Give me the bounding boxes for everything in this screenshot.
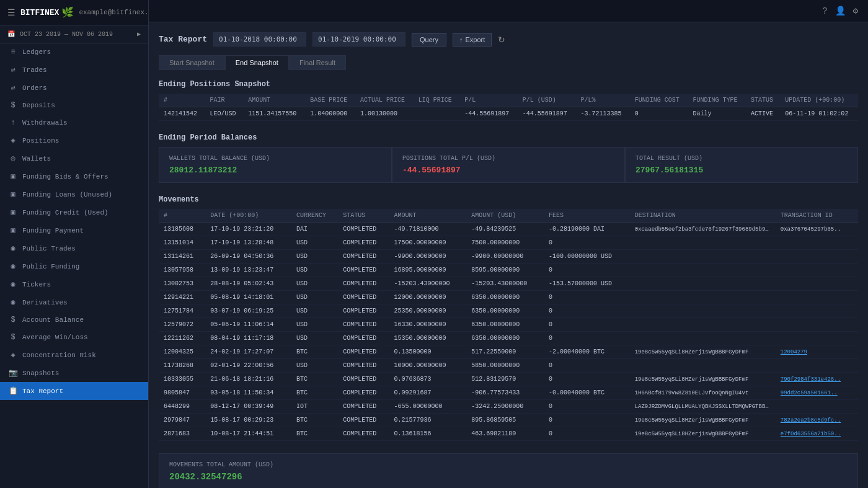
nav-label-snapshots: Snapshots [22,370,59,377]
settings-icon[interactable]: ⚙ [853,6,858,16]
tx-link[interactable]: 790f2984f331e426.. [781,376,841,383]
cell-currency: DAI [291,223,338,236]
cell-num: 2871683 [159,427,205,441]
sidebar-item-funding-loans[interactable]: ▣ Funding Loans (Unused) [0,185,148,203]
cell-amount: 17500.00000000 [389,236,467,250]
cell-date: 28-08-19 05:02:43 [205,277,291,291]
cell-fees: 0 [544,304,630,318]
col-actual-price: ACTUAL PRICE [355,94,414,107]
end-date-input[interactable] [312,32,405,47]
trades-icon: ⇄ [9,65,17,74]
sidebar-item-orders[interactable]: ⇄ Orders [0,79,148,97]
help-icon[interactable]: ? [822,6,827,16]
cell-num: 13114261 [159,250,205,264]
cell-amount: 25350.00000000 [389,304,467,318]
cell-amount: 0.07636873 [389,373,467,386]
cell-destination [630,332,776,345]
sidebar-item-concentration-risk[interactable]: ◈ Concentration Risk [0,346,148,364]
funding-payment-icon: ▣ [9,226,17,235]
cell-txid [776,264,858,277]
table-row: 12914221 05-08-19 14:18:01 USD COMPLETED… [159,291,858,304]
cell-num: 13151014 [159,236,205,250]
tax-report-icon: 📋 [9,386,17,396]
cell-funding-type: Daily [688,107,746,121]
cell-amount-usd: 512.83129570 [466,373,544,386]
arrow-icon: ▶ [137,30,141,38]
movements-total-value: 20432.32547296 [169,472,848,482]
cell-fees: 0 [544,291,630,304]
table-row: 13185608 17-10-19 23:21:20 DAI COMPLETED… [159,223,858,236]
export-button[interactable]: ↑ Export [453,33,492,47]
sidebar-item-funding-payment[interactable]: ▣ Funding Payment [0,221,148,239]
cell-destination [630,277,776,291]
date-range-bar[interactable]: 📅 OCT 23 2019 — NOV 06 2019 ▶ [0,25,148,43]
col-base-price: BASE PRICE [305,94,355,107]
cell-status: COMPLETED [338,264,389,277]
nav-label-public-funding: Public Funding [22,263,79,270]
col-pair: PAIR [205,94,243,107]
tx-link[interactable]: 99dd2c59a501661.. [781,390,838,396]
cell-destination: 19e8c5W55yqSLi8HZerj1sWgBBBFGyDFmF [630,373,776,386]
nav-label-funding-credit: Funding Credit (Used) [22,209,108,216]
cell-date: 17-10-19 23:21:20 [205,223,291,236]
nav-label-trades: Trades [22,66,47,74]
tab-end-snapshot[interactable]: End Snapshot [225,55,289,70]
col-pl-pct: P/L% [576,94,630,107]
cell-num: 13057958 [159,264,205,277]
public-funding-icon: ◉ [9,262,17,271]
sidebar-item-funding-credit[interactable]: ▣ Funding Credit (Used) [0,203,148,221]
menu-icon[interactable]: ☰ [7,7,16,18]
cell-num: 11738268 [159,359,205,373]
sidebar-item-snapshots[interactable]: 📷 Snapshots [0,364,148,382]
cell-status: COMPLETED [338,223,389,236]
tab-final-result[interactable]: Final Result [289,55,346,70]
tx-link[interactable]: e7f0d63556a71b50.. [781,431,841,437]
cell-liq-price [414,107,459,121]
refresh-button[interactable]: ↻ [498,35,505,45]
logo-leaf-icon: 🌿 [61,6,74,19]
mov-col-date: DATE (+00:00) [205,209,291,223]
cell-fees: -2.00040000 BTC [544,345,630,359]
sidebar-item-positions[interactable]: ◈ Positions [0,131,148,149]
start-date-input[interactable] [213,32,306,47]
cell-amount-usd: 8595.00000000 [466,264,544,277]
cell-currency: BTC [291,373,338,386]
tx-link[interactable]: 782a2ea2b8c5d9fc.. [781,417,841,424]
cell-num: 13002753 [159,277,205,291]
nav-label-withdrawals: Withdrawals [22,119,68,126]
sidebar-item-tickers[interactable]: ◉ Tickers [0,275,148,293]
movements-total-label: MOVEMENTS TOTAL AMOUNT (USD) [169,461,848,468]
sidebar-item-deposits[interactable]: $ Deposits [0,97,148,114]
cell-currency: USD [291,236,338,250]
sidebar-item-public-trades[interactable]: ◉ Public Trades [0,239,148,257]
sidebar-item-trades[interactable]: ⇄ Trades [0,61,148,79]
cell-amount: 0.13618156 [389,427,467,441]
sidebar-item-withdrawals[interactable]: ↑ Withdrawals [0,114,148,131]
cell-date: 05-08-19 14:18:01 [205,291,291,304]
cell-date: 05-06-19 11:06:14 [205,318,291,332]
sidebar-item-account-balance[interactable]: $ Account Balance [0,311,148,329]
mov-col-num: # [159,209,205,223]
cell-amount: 15350.00000000 [389,332,467,345]
sidebar-item-average-win-loss[interactable]: $ Average Win/Loss [0,329,148,346]
cell-destination: 19e8c5W55yqSLi8HZerj1sWgBBBFGyDFmF [630,414,776,427]
cell-num: 13185608 [159,223,205,236]
nav-label-orders: Orders [22,84,47,92]
sidebar-item-wallets[interactable]: ◎ Wallets [0,149,148,167]
user-icon[interactable]: 👤 [835,6,846,16]
cell-amount-usd: 7500.00000000 [466,236,544,250]
sidebar-item-tax-report[interactable]: 📋 Tax Report [0,382,148,400]
tx-link[interactable]: 12004279 [781,349,807,355]
sidebar-item-ledgers[interactable]: ≡ Ledgers [0,43,148,61]
sidebar-item-public-funding[interactable]: ◉ Public Funding [0,257,148,275]
cell-num: 2979847 [159,414,205,427]
sidebar-item-funding-bids[interactable]: ▣ Funding Bids & Offers [0,167,148,185]
cell-amount: 16895.00000000 [389,264,467,277]
tab-start-snapshot[interactable]: Start Snapshot [159,55,225,70]
funding-loans-icon: ▣ [9,190,17,199]
nav-label-concentration-risk: Concentration Risk [22,352,96,359]
col-liq-price: LIQ PRICE [414,94,459,107]
query-button[interactable]: Query [412,33,446,47]
cell-amount: -9900.00000000 [389,250,467,264]
sidebar-item-derivatives[interactable]: ◉ Derivatives [0,293,148,311]
